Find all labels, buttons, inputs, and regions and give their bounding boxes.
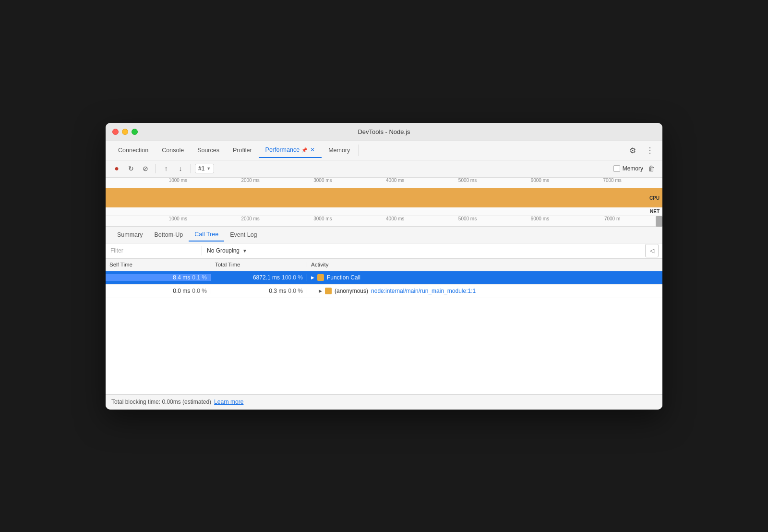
self-pct-2: 0.0 % [192, 288, 207, 294]
grouping-label: No Grouping [207, 247, 240, 254]
top-ruler: 1000 ms 2000 ms 3000 ms 4000 ms 5000 ms … [106, 178, 662, 188]
settings-button[interactable]: ⚙ [626, 144, 639, 157]
devtools-window: DevTools - Node.js Connection Console So… [106, 123, 662, 410]
tab-summary[interactable]: Summary [111, 229, 148, 241]
memory-checkbox[interactable]: Memory [613, 165, 643, 172]
panel-toggle-icon: ◁ [650, 247, 654, 254]
tab-memory[interactable]: Memory [322, 143, 357, 157]
tab-performance[interactable]: Performance 📌 ✕ [259, 143, 322, 158]
bottom-ruler: 1000 ms 2000 ms 3000 ms 4000 ms 5000 ms … [106, 216, 662, 227]
reload-button[interactable]: ↻ [125, 162, 137, 175]
self-pct-1: 0.1 % [192, 274, 207, 281]
grouping-dropdown-icon: ▼ [242, 248, 247, 254]
net-label: NET [650, 209, 660, 214]
cell-total-time-1: 6872.1 ms 100.0 % [211, 274, 307, 281]
download-button[interactable]: ↓ [174, 162, 187, 175]
tick-1000: 1000 ms [169, 178, 187, 183]
table-row[interactable]: 0.0 ms 0.0 % 0.3 ms 0.0 % ▶ (anonymous) … [106, 285, 662, 298]
table-header: Self Time Total Time Activity [106, 259, 662, 271]
nav-bar: Connection Console Sources Profiler Perf… [106, 141, 662, 160]
clear-button[interactable]: ⊘ [139, 162, 152, 175]
ruler2-tick-6000: 6000 ms [531, 216, 549, 221]
toolbar-divider-2 [191, 164, 191, 173]
tab-event-log[interactable]: Event Log [224, 229, 263, 241]
tab-profiler[interactable]: Profiler [226, 143, 259, 157]
folder-icon-1 [317, 274, 324, 281]
tick-5000: 5000 ms [458, 178, 477, 183]
cell-activity-2: ▶ (anonymous) node:internal/main/run_mai… [307, 288, 662, 294]
expand-icon-1[interactable]: ▶ [311, 275, 314, 280]
filter-bar: No Grouping ▼ ◁ [106, 243, 662, 259]
self-ms-1: 8.4 ms [173, 274, 190, 281]
timeline-area: 1000 ms 2000 ms 3000 ms 4000 ms 5000 ms … [106, 178, 662, 227]
filter-input[interactable] [106, 247, 202, 254]
tick-4000: 4000 ms [386, 178, 404, 183]
profile-label: #1 [198, 165, 204, 172]
profile-select[interactable]: #1 ▼ [195, 164, 214, 173]
folder-icon-2 [325, 288, 332, 294]
col-header-self-time: Self Time [106, 262, 211, 267]
memory-checkbox-box[interactable] [613, 165, 620, 172]
maximize-button[interactable] [132, 129, 138, 135]
cell-self-time-1: 8.4 ms 0.1 % [106, 274, 211, 281]
tick-2000: 2000 ms [241, 178, 259, 183]
total-pct-1: 100.0 % [282, 274, 303, 281]
tab-call-tree[interactable]: Call Tree [189, 228, 224, 242]
tick-3000: 3000 ms [313, 178, 332, 183]
timeline-scrollbar[interactable] [656, 216, 662, 227]
nav-right: ⚙ ⋮ [626, 144, 657, 157]
delete-button[interactable]: 🗑 [645, 162, 658, 175]
total-ms-1: 6872.1 ms [253, 274, 280, 281]
traffic-lights [112, 129, 138, 135]
tick-6000: 6000 ms [531, 178, 549, 183]
net-track: NET [106, 207, 662, 216]
performance-close-icon[interactable]: ✕ [310, 146, 315, 153]
tab-sources[interactable]: Sources [191, 143, 226, 157]
panel-toggle-button[interactable]: ◁ [645, 244, 659, 257]
grouping-select[interactable]: No Grouping ▼ [202, 247, 645, 254]
tab-connection[interactable]: Connection [111, 143, 155, 157]
toolbar-divider-1 [156, 164, 156, 173]
ruler2-tick-5000: 5000 ms [458, 216, 477, 221]
title-bar: DevTools - Node.js [106, 123, 662, 141]
col-header-activity: Activity [307, 262, 662, 267]
data-table: Self Time Total Time Activity 8.4 ms 0.1… [106, 259, 662, 298]
memory-checkbox-label: Memory [623, 165, 643, 172]
ruler2-tick-3000: 3000 ms [313, 216, 332, 221]
expand-icon-2[interactable]: ▶ [319, 289, 322, 293]
table-empty-space [106, 298, 662, 394]
close-button[interactable] [112, 129, 119, 135]
total-pct-2: 0.0 % [288, 288, 303, 294]
table-row[interactable]: 8.4 ms 0.1 % 6872.1 ms 100.0 % ▶ Functio… [106, 271, 662, 285]
bottom-tabs: Summary Bottom-Up Call Tree Event Log [106, 227, 662, 243]
tab-bottom-up[interactable]: Bottom-Up [148, 229, 189, 241]
total-ms-2: 0.3 ms [269, 288, 286, 294]
minimize-button[interactable] [122, 129, 128, 135]
cell-self-time-2: 0.0 ms 0.0 % [106, 288, 211, 294]
tick-7000: 7000 ms [603, 178, 621, 183]
toolbar: ● ↻ ⊘ ↑ ↓ #1 ▼ Memory 🗑 [106, 160, 662, 178]
col-header-total-time: Total Time [211, 262, 307, 267]
ruler2-tick-4000: 4000 ms [386, 216, 404, 221]
profile-dropdown-icon: ▼ [206, 166, 211, 171]
cpu-label: CPU [649, 195, 660, 200]
learn-more-link[interactable]: Learn more [214, 399, 243, 405]
ruler2-tick-7000: 7000 m [604, 216, 620, 221]
performance-tab-label: Performance [265, 146, 300, 153]
status-bar: Total blocking time: 0.00ms (estimated) … [106, 394, 662, 410]
status-text: Total blocking time: 0.00ms (estimated) [111, 399, 211, 405]
window-title: DevTools - Node.js [358, 128, 410, 135]
cell-activity-1: ▶ Function Call [307, 274, 662, 281]
cell-total-time-2: 0.3 ms 0.0 % [211, 288, 307, 294]
cpu-track: CPU [106, 188, 662, 207]
upload-button[interactable]: ↑ [160, 162, 172, 175]
activity-label-2: (anonymous) [335, 288, 368, 294]
activity-link-2[interactable]: node:internal/main/run_main_module:1:1 [371, 288, 476, 294]
record-button[interactable]: ● [110, 162, 123, 175]
tab-console[interactable]: Console [155, 143, 191, 157]
ruler2-tick-2000: 2000 ms [241, 216, 259, 221]
more-button[interactable]: ⋮ [643, 144, 657, 157]
performance-pin-icon: 📌 [301, 147, 307, 153]
activity-label-1: Function Call [327, 274, 360, 281]
ruler2-tick-1000: 1000 ms [169, 216, 187, 221]
